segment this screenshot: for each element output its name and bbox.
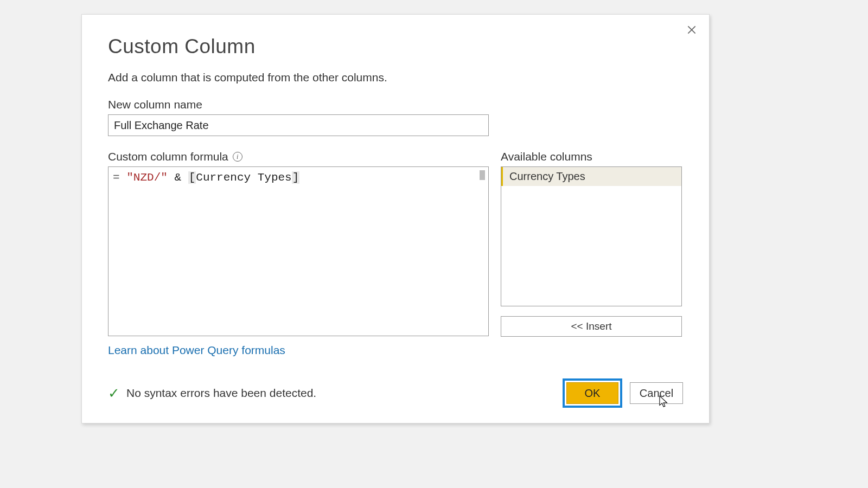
ok-button[interactable]: OK [566, 382, 618, 404]
formula-label-text: Custom column formula [108, 150, 228, 163]
available-columns-label: Available columns [501, 150, 682, 163]
dialog-title: Custom Column [108, 35, 683, 58]
learn-link[interactable]: Learn about Power Query formulas [108, 344, 285, 357]
info-icon[interactable]: i [233, 152, 242, 162]
available-columns-list[interactable]: Currency Types [501, 166, 682, 306]
custom-column-dialog: Custom Column Add a column that is compu… [81, 14, 710, 423]
column-name-label: New column name [108, 98, 683, 111]
dialog-footer: ✓ No syntax errors have been detected. O… [108, 378, 683, 408]
close-button[interactable] [684, 22, 699, 37]
ok-button-highlight: OK [563, 378, 622, 408]
available-column-item[interactable]: Currency Types [501, 167, 681, 186]
formula-label: Custom column formula i [108, 150, 489, 163]
dialog-subtitle: Add a column that is computed from the o… [108, 71, 683, 84]
status-text: No syntax errors have been detected. [126, 387, 316, 400]
button-row: OK Cancel [563, 378, 683, 408]
formula-text: = "NZD/" & [Currency Types] [113, 171, 299, 184]
formula-editor[interactable]: = "NZD/" & [Currency Types] [108, 166, 489, 336]
syntax-status: ✓ No syntax errors have been detected. [108, 385, 316, 402]
close-icon [686, 24, 697, 35]
cancel-button[interactable]: Cancel [630, 382, 683, 404]
column-name-input[interactable] [108, 114, 489, 136]
insert-button[interactable]: << Insert [501, 316, 682, 337]
check-icon: ✓ [108, 385, 120, 402]
scrollbar-thumb[interactable] [480, 170, 485, 180]
